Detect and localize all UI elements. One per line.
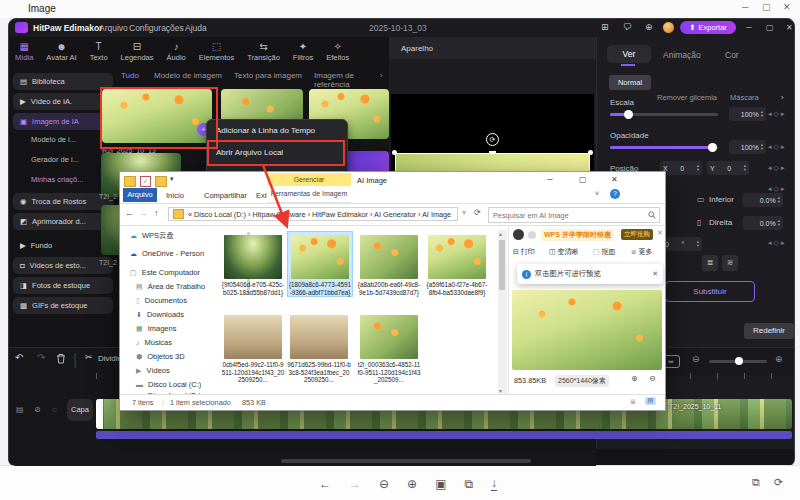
tab-modelo-imagem[interactable]: Modelo de imagem — [154, 71, 222, 80]
search-box[interactable] — [488, 207, 660, 223]
split-icon[interactable]: ✂ — [85, 352, 93, 362]
sidebar-item-minhas-criacoes[interactable]: Minhas criaçõ... — [31, 175, 84, 184]
viewer-maximize-button[interactable]: ▢ — [762, 2, 771, 12]
stepper-icon[interactable]: ▴▾ — [778, 219, 780, 227]
rotate-handle-icon[interactable]: ⟳ — [486, 133, 499, 146]
nav-item-wps[interactable]: ☁WPS云盘 — [130, 231, 174, 241]
save-image-icon[interactable]: ↓ — [491, 476, 497, 491]
avatar[interactable] — [663, 22, 674, 33]
tab-transicao[interactable]: ⇆Transição — [247, 42, 280, 62]
tab-audio[interactable]: ♪Áudio — [167, 42, 186, 62]
nav-up-icon[interactable]: ↑ — [154, 208, 159, 218]
prev-image-icon[interactable]: ← — [319, 477, 331, 491]
escala-value[interactable]: 100%▴▾ — [729, 107, 766, 121]
posicao-keyframe-icon[interactable]: ◂◇▸ — [768, 164, 786, 172]
app-minimize-button[interactable]: ─ — [746, 23, 752, 32]
dot-icon[interactable] — [528, 231, 536, 239]
viewer-zoom-out-icon[interactable]: ⊖ — [379, 477, 389, 491]
layout-icon[interactable]: ⊞ — [601, 22, 609, 32]
stepper-icon[interactable]: ▴▾ — [744, 164, 746, 172]
undo-icon[interactable]: ↶ — [15, 352, 23, 363]
direita-field[interactable]: 0.0%▴▾ — [743, 216, 783, 230]
wps-ad-button[interactable]: 立即抢购 — [621, 229, 653, 240]
track-mute-icon[interactable]: ⊘ — [34, 405, 41, 414]
tab-texto[interactable]: TTexto — [90, 42, 108, 62]
qat-dropdown-icon[interactable]: ▾ — [170, 175, 174, 183]
nav-item-3dobjects[interactable]: ⬢Objetos 3D — [136, 352, 185, 361]
fit-screen-icon[interactable]: ▣ — [435, 477, 446, 491]
download-icon[interactable]: ⊕ — [645, 22, 653, 32]
tab-ver[interactable]: Ver — [607, 45, 651, 63]
stepper-icon[interactable]: ▴▾ — [761, 110, 763, 118]
tabs-more-icon[interactable]: › — [380, 71, 383, 80]
nav-back-icon[interactable]: ← — [125, 208, 134, 218]
mode-normal[interactable]: Normal — [609, 75, 651, 90]
nav-item-onedrive[interactable]: ☁OneDrive - Person — [130, 249, 204, 258]
tab-elementos[interactable]: ⬚Elementos — [199, 42, 234, 62]
tab-midia[interactable]: ▦Mídia — [15, 42, 33, 62]
wps-more-button[interactable]: ⊙ 更多 — [631, 247, 653, 257]
tab-animacao[interactable]: Animação — [663, 50, 701, 60]
ribbon-collapse-icon[interactable]: ˅ — [595, 190, 599, 197]
sidebar-item-fotos-estoque[interactable]: ◨Fotos de estoque — [13, 277, 113, 294]
posicao-y-field[interactable]: Y0▴▾ — [707, 161, 749, 175]
qat-newfolder-icon[interactable] — [155, 176, 167, 187]
scroll-down-icon[interactable]: ▾ — [499, 387, 502, 394]
stepper-icon[interactable]: ▴▾ — [697, 164, 699, 172]
clip-trim-handle[interactable] — [96, 399, 103, 429]
inferior-field[interactable]: 0.0%▴▾ — [743, 193, 783, 207]
track-hide-icon[interactable]: ◌ — [52, 405, 57, 414]
viewer-minimize-button[interactable]: ─ — [742, 2, 748, 12]
keyframe-icon[interactable]: ◂◇▸ — [768, 185, 786, 193]
sidebar-item-video-ia[interactable]: ▶Vídeo de IA. — [13, 93, 113, 110]
preview-zoom-out-icon[interactable]: ⊖ — [649, 374, 656, 383]
sidebar-item-gifs-estoque[interactable]: ▩GIFs de estoque — [13, 297, 113, 314]
wps-cutout-button[interactable]: ⬚ 抠图 — [593, 247, 616, 257]
escala-keyframe-icon[interactable]: ◂◇▸ — [768, 110, 786, 118]
ribbon-tab-inicio[interactable]: Início — [166, 191, 184, 200]
ribbon-tab-arquivo[interactable]: Arquivo — [123, 188, 157, 202]
file-item[interactable]: 9671d625-99bd-11f0-b3c8-524f3ea1fbec_202… — [287, 315, 351, 384]
nav-item-documents[interactable]: ▯Documentos — [136, 296, 187, 305]
file-thumbnail[interactable] — [290, 315, 348, 359]
redo-icon[interactable]: ↷ — [37, 352, 45, 363]
search-icon[interactable] — [648, 211, 656, 219]
menu-configuracoes[interactable]: Configurações — [129, 23, 184, 33]
selection-handle-topright[interactable] — [588, 150, 593, 155]
tab-efeitos[interactable]: ✧Efeitos — [326, 42, 349, 62]
globe-icon[interactable] — [513, 229, 524, 240]
file-thumbnail[interactable] — [224, 315, 282, 359]
next-image-icon[interactable]: → — [349, 477, 361, 491]
tab-filtros[interactable]: ✦Filtros — [293, 42, 313, 62]
nav-forward-icon[interactable]: → — [139, 208, 148, 218]
tab-legendas[interactable]: ⊟Legendas — [121, 42, 154, 62]
explorer-close-button[interactable]: ✕ — [611, 175, 618, 184]
direita-checkbox[interactable]: ▯ — [697, 218, 701, 227]
file-item-selected[interactable]: {1809a8c6-4773-4591-9366-adbf71bbd7ea} — [287, 231, 353, 297]
stepper-icon[interactable]: ▴▾ — [697, 240, 699, 248]
file-thumbnail[interactable] — [291, 235, 349, 279]
breadcrumb[interactable]: « Disco Local (D:) › Hitpaw Software › H… — [188, 210, 451, 219]
view-thumbnails-icon[interactable]: ▤ — [645, 397, 656, 405]
dividir-label[interactable]: Dividir — [98, 354, 120, 363]
feedback-icon[interactable]: 🗩 — [623, 22, 632, 32]
file-thumbnail[interactable] — [428, 235, 486, 279]
refresh-icon[interactable]: ⟳ — [474, 208, 481, 217]
preview-zoom-in-icon[interactable]: ⊕ — [631, 374, 638, 383]
tab-tudo[interactable]: Tudo — [121, 71, 139, 80]
scroll-thumb[interactable] — [499, 240, 505, 290]
qat-properties-icon[interactable]: ✓ — [140, 176, 151, 187]
file-item[interactable]: t2i_000363c6-4852-11f0-9511-120d194c1f43… — [357, 315, 421, 384]
selection-handle-topleft[interactable] — [392, 150, 397, 155]
wps-print-button[interactable]: ⊟ 打印 — [513, 247, 535, 257]
explorer-minimize-button[interactable]: ─ — [547, 175, 553, 184]
grid-scrollbar[interactable]: ▴ ▾ — [498, 230, 507, 394]
viewer-zoom-in-icon[interactable]: ⊕ — [407, 477, 417, 491]
opacidade-keyframe-icon[interactable]: ◂◇▸ — [768, 143, 786, 151]
file-item[interactable]: {a8ab200b-ea6f-49c8-9e1b-5d7439cd87d7} — [357, 235, 421, 296]
preview-pane-image[interactable] — [512, 290, 662, 370]
tab-cor[interactable]: Cor — [725, 50, 739, 60]
nav-item-downloads[interactable]: ⬇Downloads — [136, 310, 184, 319]
view-list-icon[interactable]: ≣ — [630, 398, 636, 406]
menu-ajuda[interactable]: Ajuda — [185, 23, 207, 33]
